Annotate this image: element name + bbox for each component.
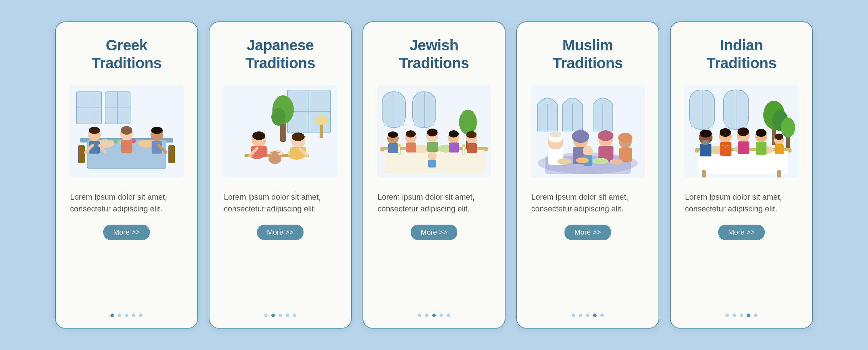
svg-rect-80: [406, 142, 416, 152]
svg-point-153: [722, 145, 724, 146]
svg-point-69: [462, 144, 465, 147]
card-description-japanese: Lorem ipsum dolor sit amet,consectetur a…: [221, 191, 340, 215]
card-description-jewish: Lorem ipsum dolor sit amet,consectetur a…: [375, 191, 493, 215]
card-description-muslim: Lorem ipsum dolor sit amet,consectetur a…: [528, 191, 647, 215]
dot-2: [271, 314, 275, 317]
dots-indian: [725, 314, 758, 317]
svg-point-35: [271, 108, 286, 126]
card-description-indian: Lorem ipsum dolor sit amet,consectetur a…: [682, 191, 801, 215]
dot-2: [733, 314, 736, 317]
svg-point-103: [572, 130, 589, 143]
card-title-jewish: JewishTraditions: [399, 36, 469, 72]
svg-point-76: [388, 131, 398, 138]
svg-point-47: [292, 132, 305, 141]
svg-rect-132: [777, 170, 781, 178]
dots-muslim: [572, 314, 604, 317]
card-description-greek: Lorem ipsum dolor sit amet,consectetur a…: [67, 191, 186, 215]
dot-3: [278, 314, 282, 317]
card-title-greek: GreekTraditions: [92, 36, 162, 72]
svg-point-143: [725, 133, 726, 135]
card-title-indian: IndianTraditions: [706, 36, 776, 72]
svg-point-155: [727, 145, 729, 146]
svg-point-108: [583, 146, 593, 156]
dot-3: [125, 314, 128, 317]
svg-point-23: [151, 127, 163, 134]
svg-rect-149: [756, 142, 766, 155]
svg-rect-91: [428, 160, 436, 168]
svg-point-90: [428, 152, 437, 160]
dot-1: [725, 314, 729, 317]
card-muslim: MuslimTraditions: [516, 21, 659, 329]
svg-point-101: [550, 132, 561, 138]
illustration-greek: [69, 81, 184, 181]
card-japanese: JapaneseTraditions: [209, 21, 352, 329]
svg-point-137: [700, 130, 712, 138]
svg-rect-83: [427, 142, 438, 152]
svg-point-139: [702, 140, 709, 145]
dot-1: [110, 314, 114, 317]
svg-rect-131: [702, 170, 706, 178]
dot-1: [418, 314, 421, 317]
card-indian: IndianTraditions: [670, 21, 813, 329]
svg-rect-138: [700, 144, 711, 156]
dot-5: [447, 314, 450, 317]
svg-point-113: [557, 158, 572, 165]
svg-point-27: [132, 139, 136, 143]
svg-point-106: [598, 130, 613, 141]
more-button-greek[interactable]: More >>: [103, 225, 150, 240]
svg-point-88: [467, 131, 477, 138]
svg-point-79: [406, 130, 416, 138]
svg-point-116: [610, 159, 623, 165]
svg-point-111: [618, 133, 632, 143]
dot-2: [118, 314, 121, 317]
svg-rect-89: [467, 143, 477, 153]
more-button-indian[interactable]: More >>: [718, 225, 765, 240]
dot-4: [439, 314, 443, 317]
svg-point-114: [576, 158, 589, 163]
more-button-jewish[interactable]: More >>: [411, 225, 457, 240]
svg-point-148: [756, 129, 766, 137]
svg-rect-14: [168, 145, 175, 163]
dot-4: [593, 314, 597, 317]
dot-1: [572, 314, 575, 317]
dot-3: [432, 314, 436, 317]
svg-point-37: [315, 116, 328, 125]
dot-5: [293, 314, 296, 317]
card-greek: GreekTraditions: [55, 21, 198, 329]
svg-point-49: [288, 152, 304, 160]
svg-rect-146: [738, 141, 749, 154]
dot-5: [600, 314, 604, 317]
svg-point-141: [720, 128, 731, 137]
svg-point-28: [114, 140, 118, 144]
svg-point-145: [738, 128, 749, 136]
more-button-muslim[interactable]: More >>: [564, 225, 611, 240]
svg-point-154: [725, 146, 726, 148]
dot-3: [586, 314, 590, 317]
illustration-indian: [684, 81, 799, 181]
card-title-japanese: JapaneseTraditions: [245, 36, 315, 72]
svg-point-74: [459, 110, 477, 135]
dot-4: [132, 314, 135, 317]
svg-rect-77: [388, 143, 398, 153]
svg-rect-152: [775, 144, 784, 154]
dot-4: [286, 314, 289, 317]
dot-5: [754, 314, 758, 317]
illustration-japanese: [223, 81, 337, 181]
svg-point-53: [271, 151, 278, 158]
dot-2: [425, 314, 429, 317]
svg-point-22: [121, 126, 132, 135]
more-button-japanese[interactable]: More >>: [257, 225, 304, 240]
svg-rect-13: [78, 145, 85, 163]
svg-point-115: [592, 158, 608, 164]
svg-point-128: [781, 118, 795, 138]
dots-japanese: [264, 314, 296, 317]
svg-point-151: [775, 134, 783, 140]
illustration-muslim: [531, 81, 645, 181]
svg-rect-18: [121, 140, 132, 153]
card-jewish: JewishTraditions: [363, 21, 505, 329]
card-title-muslim: MuslimTraditions: [553, 36, 623, 72]
cards-container: GreekTraditions: [26, 0, 842, 350]
illustration-jewish: [377, 81, 491, 181]
dots-jewish: [418, 314, 450, 317]
svg-point-67: [398, 144, 401, 147]
